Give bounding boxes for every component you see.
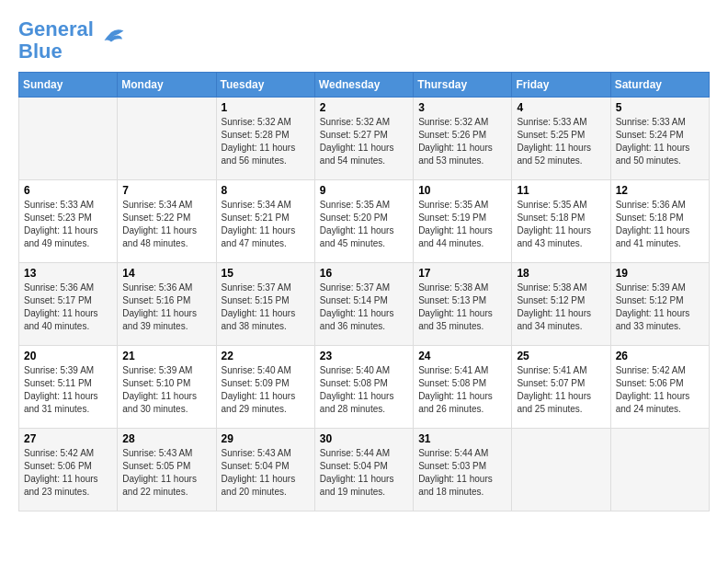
day-cell: [118, 98, 216, 180]
day-info: Sunrise: 5:36 AM Sunset: 5:16 PM Dayligh…: [122, 282, 210, 333]
day-cell: 12Sunrise: 5:36 AM Sunset: 5:18 PM Dayli…: [610, 180, 709, 263]
day-cell: 31Sunrise: 5:44 AM Sunset: 5:03 PM Dayli…: [414, 429, 512, 511]
day-cell: [19, 98, 118, 180]
day-cell: 16Sunrise: 5:37 AM Sunset: 5:14 PM Dayli…: [314, 263, 413, 346]
day-number: 8: [222, 184, 310, 197]
day-info: Sunrise: 5:32 AM Sunset: 5:28 PM Dayligh…: [222, 116, 310, 167]
day-number: 5: [616, 101, 704, 114]
day-number: 19: [616, 267, 704, 280]
week-row-5: 27Sunrise: 5:42 AM Sunset: 5:06 PM Dayli…: [19, 429, 710, 511]
day-info: Sunrise: 5:36 AM Sunset: 5:17 PM Dayligh…: [24, 282, 112, 333]
day-cell: 4Sunrise: 5:33 AM Sunset: 5:25 PM Daylig…: [512, 98, 610, 180]
day-cell: 5Sunrise: 5:33 AM Sunset: 5:24 PM Daylig…: [610, 98, 709, 180]
week-row-4: 20Sunrise: 5:39 AM Sunset: 5:11 PM Dayli…: [19, 346, 710, 429]
day-info: Sunrise: 5:34 AM Sunset: 5:21 PM Dayligh…: [222, 199, 310, 250]
day-cell: 1Sunrise: 5:32 AM Sunset: 5:28 PM Daylig…: [216, 98, 314, 180]
weekday-header-monday: Monday: [118, 73, 216, 98]
day-number: 13: [24, 267, 112, 280]
logo: General Blue: [18, 18, 125, 63]
day-cell: 10Sunrise: 5:35 AM Sunset: 5:19 PM Dayli…: [414, 180, 512, 263]
day-number: 3: [418, 101, 506, 114]
day-number: 16: [320, 267, 408, 280]
day-cell: 18Sunrise: 5:38 AM Sunset: 5:12 PM Dayli…: [512, 263, 610, 346]
day-number: 9: [320, 184, 408, 197]
day-info: Sunrise: 5:33 AM Sunset: 5:23 PM Dayligh…: [24, 199, 112, 250]
day-cell: 8Sunrise: 5:34 AM Sunset: 5:21 PM Daylig…: [216, 180, 314, 263]
day-info: Sunrise: 5:42 AM Sunset: 5:06 PM Dayligh…: [24, 447, 112, 499]
day-info: Sunrise: 5:37 AM Sunset: 5:15 PM Dayligh…: [222, 282, 310, 333]
day-number: 25: [517, 350, 605, 362]
day-number: 30: [320, 432, 408, 445]
day-cell: 28Sunrise: 5:43 AM Sunset: 5:05 PM Dayli…: [118, 429, 216, 511]
page-header: General Blue: [18, 18, 710, 63]
day-number: 18: [517, 267, 605, 280]
weekday-header-thursday: Thursday: [414, 73, 512, 98]
week-row-3: 13Sunrise: 5:36 AM Sunset: 5:17 PM Dayli…: [19, 263, 710, 346]
day-number: 7: [122, 184, 210, 197]
day-info: Sunrise: 5:41 AM Sunset: 5:07 PM Dayligh…: [517, 364, 605, 416]
day-info: Sunrise: 5:34 AM Sunset: 5:22 PM Dayligh…: [122, 199, 210, 250]
day-number: 14: [122, 267, 210, 280]
weekday-header-tuesday: Tuesday: [216, 73, 314, 98]
day-cell: 26Sunrise: 5:42 AM Sunset: 5:06 PM Dayli…: [610, 346, 709, 429]
day-cell: 7Sunrise: 5:34 AM Sunset: 5:22 PM Daylig…: [118, 180, 216, 263]
day-info: Sunrise: 5:38 AM Sunset: 5:12 PM Dayligh…: [517, 282, 605, 333]
day-cell: [512, 429, 610, 511]
day-number: 26: [616, 350, 704, 362]
day-cell: 2Sunrise: 5:32 AM Sunset: 5:27 PM Daylig…: [314, 98, 413, 180]
day-info: Sunrise: 5:40 AM Sunset: 5:08 PM Dayligh…: [320, 364, 408, 416]
day-info: Sunrise: 5:44 AM Sunset: 5:03 PM Dayligh…: [418, 447, 506, 499]
day-number: 29: [222, 432, 310, 445]
day-number: 12: [616, 184, 704, 197]
day-cell: [610, 429, 709, 511]
day-cell: 9Sunrise: 5:35 AM Sunset: 5:20 PM Daylig…: [314, 180, 413, 263]
day-cell: 22Sunrise: 5:40 AM Sunset: 5:09 PM Dayli…: [216, 346, 314, 429]
day-info: Sunrise: 5:32 AM Sunset: 5:26 PM Dayligh…: [418, 116, 506, 167]
week-row-1: 1Sunrise: 5:32 AM Sunset: 5:28 PM Daylig…: [19, 98, 710, 180]
day-number: 28: [122, 432, 210, 445]
day-info: Sunrise: 5:35 AM Sunset: 5:20 PM Dayligh…: [320, 199, 408, 250]
day-cell: 25Sunrise: 5:41 AM Sunset: 5:07 PM Dayli…: [512, 346, 610, 429]
weekday-header-saturday: Saturday: [610, 73, 709, 98]
day-number: 17: [418, 267, 506, 280]
day-number: 10: [418, 184, 506, 197]
day-info: Sunrise: 5:39 AM Sunset: 5:12 PM Dayligh…: [616, 282, 704, 333]
day-number: 15: [222, 267, 310, 280]
day-cell: 11Sunrise: 5:35 AM Sunset: 5:18 PM Dayli…: [512, 180, 610, 263]
day-number: 6: [24, 184, 112, 197]
day-info: Sunrise: 5:41 AM Sunset: 5:08 PM Dayligh…: [418, 364, 506, 416]
weekday-header-friday: Friday: [512, 73, 610, 98]
day-cell: 27Sunrise: 5:42 AM Sunset: 5:06 PM Dayli…: [19, 429, 118, 511]
day-info: Sunrise: 5:38 AM Sunset: 5:13 PM Dayligh…: [418, 282, 506, 333]
day-number: 23: [320, 350, 408, 362]
week-row-2: 6Sunrise: 5:33 AM Sunset: 5:23 PM Daylig…: [19, 180, 710, 263]
day-cell: 14Sunrise: 5:36 AM Sunset: 5:16 PM Dayli…: [118, 263, 216, 346]
day-info: Sunrise: 5:36 AM Sunset: 5:18 PM Dayligh…: [616, 199, 704, 250]
day-cell: 20Sunrise: 5:39 AM Sunset: 5:11 PM Dayli…: [19, 346, 118, 429]
day-info: Sunrise: 5:39 AM Sunset: 5:10 PM Dayligh…: [122, 364, 210, 416]
day-number: 11: [517, 184, 605, 197]
calendar-table: SundayMondayTuesdayWednesdayThursdayFrid…: [18, 72, 710, 511]
day-info: Sunrise: 5:40 AM Sunset: 5:09 PM Dayligh…: [222, 364, 310, 416]
day-cell: 15Sunrise: 5:37 AM Sunset: 5:15 PM Dayli…: [216, 263, 314, 346]
day-info: Sunrise: 5:33 AM Sunset: 5:25 PM Dayligh…: [517, 116, 605, 167]
day-info: Sunrise: 5:43 AM Sunset: 5:04 PM Dayligh…: [222, 447, 310, 499]
day-number: 2: [320, 101, 408, 114]
day-cell: 17Sunrise: 5:38 AM Sunset: 5:13 PM Dayli…: [414, 263, 512, 346]
day-info: Sunrise: 5:33 AM Sunset: 5:24 PM Dayligh…: [616, 116, 704, 167]
day-cell: 13Sunrise: 5:36 AM Sunset: 5:17 PM Dayli…: [19, 263, 118, 346]
day-number: 22: [222, 350, 310, 362]
weekday-header-row: SundayMondayTuesdayWednesdayThursdayFrid…: [19, 73, 710, 98]
logo-text: General Blue: [18, 18, 94, 63]
day-info: Sunrise: 5:42 AM Sunset: 5:06 PM Dayligh…: [616, 364, 704, 416]
day-info: Sunrise: 5:39 AM Sunset: 5:11 PM Dayligh…: [24, 364, 112, 416]
logo-bird-icon: [97, 27, 125, 54]
day-number: 27: [24, 432, 112, 445]
day-cell: 3Sunrise: 5:32 AM Sunset: 5:26 PM Daylig…: [414, 98, 512, 180]
day-cell: 23Sunrise: 5:40 AM Sunset: 5:08 PM Dayli…: [314, 346, 413, 429]
weekday-header-wednesday: Wednesday: [314, 73, 413, 98]
day-cell: 21Sunrise: 5:39 AM Sunset: 5:10 PM Dayli…: [118, 346, 216, 429]
day-number: 1: [222, 101, 310, 114]
day-number: 24: [418, 350, 506, 362]
day-info: Sunrise: 5:43 AM Sunset: 5:05 PM Dayligh…: [122, 447, 210, 499]
